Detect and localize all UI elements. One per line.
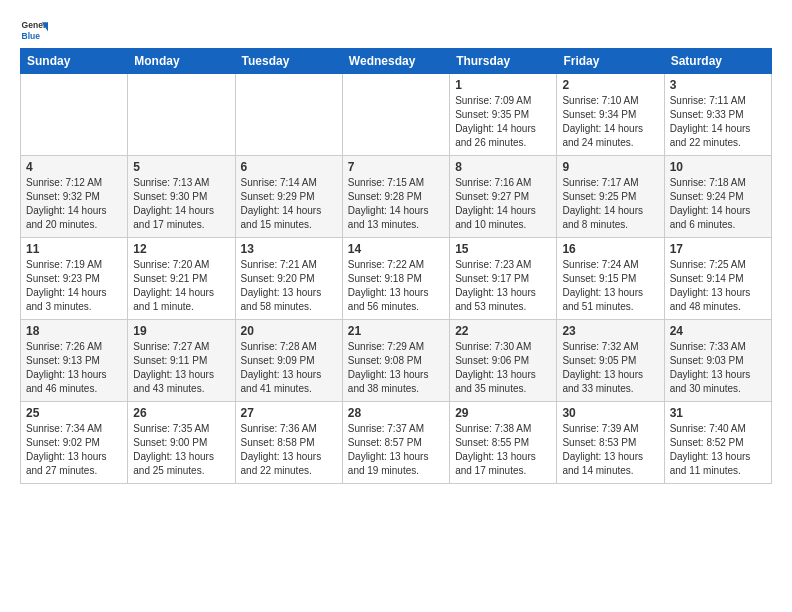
day-info: Sunrise: 7:22 AM Sunset: 9:18 PM Dayligh… <box>348 258 444 314</box>
day-number: 22 <box>455 324 551 338</box>
calendar-cell: 12Sunrise: 7:20 AM Sunset: 9:21 PM Dayli… <box>128 238 235 320</box>
calendar-cell: 19Sunrise: 7:27 AM Sunset: 9:11 PM Dayli… <box>128 320 235 402</box>
day-info: Sunrise: 7:32 AM Sunset: 9:05 PM Dayligh… <box>562 340 658 396</box>
day-number: 29 <box>455 406 551 420</box>
calendar-cell: 17Sunrise: 7:25 AM Sunset: 9:14 PM Dayli… <box>664 238 771 320</box>
calendar-cell: 11Sunrise: 7:19 AM Sunset: 9:23 PM Dayli… <box>21 238 128 320</box>
day-info: Sunrise: 7:34 AM Sunset: 9:02 PM Dayligh… <box>26 422 122 478</box>
calendar-week-row: 11Sunrise: 7:19 AM Sunset: 9:23 PM Dayli… <box>21 238 772 320</box>
day-info: Sunrise: 7:40 AM Sunset: 8:52 PM Dayligh… <box>670 422 766 478</box>
calendar-cell: 25Sunrise: 7:34 AM Sunset: 9:02 PM Dayli… <box>21 402 128 484</box>
day-number: 10 <box>670 160 766 174</box>
day-info: Sunrise: 7:29 AM Sunset: 9:08 PM Dayligh… <box>348 340 444 396</box>
day-number: 3 <box>670 78 766 92</box>
day-number: 4 <box>26 160 122 174</box>
calendar-cell: 31Sunrise: 7:40 AM Sunset: 8:52 PM Dayli… <box>664 402 771 484</box>
day-info: Sunrise: 7:36 AM Sunset: 8:58 PM Dayligh… <box>241 422 337 478</box>
calendar-cell: 27Sunrise: 7:36 AM Sunset: 8:58 PM Dayli… <box>235 402 342 484</box>
weekday-header: Friday <box>557 49 664 74</box>
day-info: Sunrise: 7:09 AM Sunset: 9:35 PM Dayligh… <box>455 94 551 150</box>
logo-icon: General Blue <box>20 16 48 44</box>
page-header: General Blue <box>20 16 772 44</box>
calendar-cell: 18Sunrise: 7:26 AM Sunset: 9:13 PM Dayli… <box>21 320 128 402</box>
weekday-header: Sunday <box>21 49 128 74</box>
day-number: 7 <box>348 160 444 174</box>
day-info: Sunrise: 7:37 AM Sunset: 8:57 PM Dayligh… <box>348 422 444 478</box>
calendar-week-row: 18Sunrise: 7:26 AM Sunset: 9:13 PM Dayli… <box>21 320 772 402</box>
day-info: Sunrise: 7:24 AM Sunset: 9:15 PM Dayligh… <box>562 258 658 314</box>
day-info: Sunrise: 7:15 AM Sunset: 9:28 PM Dayligh… <box>348 176 444 232</box>
day-number: 2 <box>562 78 658 92</box>
calendar-cell: 14Sunrise: 7:22 AM Sunset: 9:18 PM Dayli… <box>342 238 449 320</box>
weekday-header: Monday <box>128 49 235 74</box>
day-info: Sunrise: 7:25 AM Sunset: 9:14 PM Dayligh… <box>670 258 766 314</box>
day-number: 27 <box>241 406 337 420</box>
calendar-cell <box>235 74 342 156</box>
calendar-cell <box>21 74 128 156</box>
day-number: 15 <box>455 242 551 256</box>
calendar-cell: 1Sunrise: 7:09 AM Sunset: 9:35 PM Daylig… <box>450 74 557 156</box>
day-info: Sunrise: 7:19 AM Sunset: 9:23 PM Dayligh… <box>26 258 122 314</box>
calendar-cell: 6Sunrise: 7:14 AM Sunset: 9:29 PM Daylig… <box>235 156 342 238</box>
day-info: Sunrise: 7:13 AM Sunset: 9:30 PM Dayligh… <box>133 176 229 232</box>
calendar-cell <box>342 74 449 156</box>
day-info: Sunrise: 7:26 AM Sunset: 9:13 PM Dayligh… <box>26 340 122 396</box>
day-info: Sunrise: 7:20 AM Sunset: 9:21 PM Dayligh… <box>133 258 229 314</box>
calendar-cell: 22Sunrise: 7:30 AM Sunset: 9:06 PM Dayli… <box>450 320 557 402</box>
day-number: 24 <box>670 324 766 338</box>
day-number: 25 <box>26 406 122 420</box>
calendar-cell: 9Sunrise: 7:17 AM Sunset: 9:25 PM Daylig… <box>557 156 664 238</box>
calendar-cell: 4Sunrise: 7:12 AM Sunset: 9:32 PM Daylig… <box>21 156 128 238</box>
calendar-cell: 10Sunrise: 7:18 AM Sunset: 9:24 PM Dayli… <box>664 156 771 238</box>
day-number: 21 <box>348 324 444 338</box>
day-info: Sunrise: 7:23 AM Sunset: 9:17 PM Dayligh… <box>455 258 551 314</box>
calendar-week-row: 1Sunrise: 7:09 AM Sunset: 9:35 PM Daylig… <box>21 74 772 156</box>
calendar-cell: 13Sunrise: 7:21 AM Sunset: 9:20 PM Dayli… <box>235 238 342 320</box>
day-number: 14 <box>348 242 444 256</box>
calendar-cell: 26Sunrise: 7:35 AM Sunset: 9:00 PM Dayli… <box>128 402 235 484</box>
calendar-week-row: 25Sunrise: 7:34 AM Sunset: 9:02 PM Dayli… <box>21 402 772 484</box>
calendar-cell: 5Sunrise: 7:13 AM Sunset: 9:30 PM Daylig… <box>128 156 235 238</box>
day-number: 5 <box>133 160 229 174</box>
day-info: Sunrise: 7:11 AM Sunset: 9:33 PM Dayligh… <box>670 94 766 150</box>
calendar-cell: 30Sunrise: 7:39 AM Sunset: 8:53 PM Dayli… <box>557 402 664 484</box>
calendar-header-row: SundayMondayTuesdayWednesdayThursdayFrid… <box>21 49 772 74</box>
day-number: 1 <box>455 78 551 92</box>
day-info: Sunrise: 7:10 AM Sunset: 9:34 PM Dayligh… <box>562 94 658 150</box>
day-info: Sunrise: 7:35 AM Sunset: 9:00 PM Dayligh… <box>133 422 229 478</box>
day-number: 13 <box>241 242 337 256</box>
day-info: Sunrise: 7:30 AM Sunset: 9:06 PM Dayligh… <box>455 340 551 396</box>
weekday-header: Tuesday <box>235 49 342 74</box>
day-number: 17 <box>670 242 766 256</box>
day-number: 23 <box>562 324 658 338</box>
calendar-cell <box>128 74 235 156</box>
calendar-cell: 20Sunrise: 7:28 AM Sunset: 9:09 PM Dayli… <box>235 320 342 402</box>
calendar-cell: 28Sunrise: 7:37 AM Sunset: 8:57 PM Dayli… <box>342 402 449 484</box>
day-number: 26 <box>133 406 229 420</box>
day-info: Sunrise: 7:17 AM Sunset: 9:25 PM Dayligh… <box>562 176 658 232</box>
day-number: 12 <box>133 242 229 256</box>
calendar-cell: 2Sunrise: 7:10 AM Sunset: 9:34 PM Daylig… <box>557 74 664 156</box>
calendar-cell: 7Sunrise: 7:15 AM Sunset: 9:28 PM Daylig… <box>342 156 449 238</box>
calendar-cell: 21Sunrise: 7:29 AM Sunset: 9:08 PM Dayli… <box>342 320 449 402</box>
weekday-header: Thursday <box>450 49 557 74</box>
day-info: Sunrise: 7:12 AM Sunset: 9:32 PM Dayligh… <box>26 176 122 232</box>
calendar-cell: 24Sunrise: 7:33 AM Sunset: 9:03 PM Dayli… <box>664 320 771 402</box>
weekday-header: Wednesday <box>342 49 449 74</box>
logo: General Blue <box>20 16 48 44</box>
weekday-header: Saturday <box>664 49 771 74</box>
day-number: 19 <box>133 324 229 338</box>
svg-text:Blue: Blue <box>22 31 41 41</box>
day-number: 20 <box>241 324 337 338</box>
day-number: 11 <box>26 242 122 256</box>
day-number: 6 <box>241 160 337 174</box>
calendar-cell: 15Sunrise: 7:23 AM Sunset: 9:17 PM Dayli… <box>450 238 557 320</box>
day-number: 16 <box>562 242 658 256</box>
day-number: 28 <box>348 406 444 420</box>
calendar-cell: 29Sunrise: 7:38 AM Sunset: 8:55 PM Dayli… <box>450 402 557 484</box>
calendar-cell: 3Sunrise: 7:11 AM Sunset: 9:33 PM Daylig… <box>664 74 771 156</box>
day-number: 30 <box>562 406 658 420</box>
calendar-week-row: 4Sunrise: 7:12 AM Sunset: 9:32 PM Daylig… <box>21 156 772 238</box>
day-info: Sunrise: 7:27 AM Sunset: 9:11 PM Dayligh… <box>133 340 229 396</box>
day-number: 9 <box>562 160 658 174</box>
